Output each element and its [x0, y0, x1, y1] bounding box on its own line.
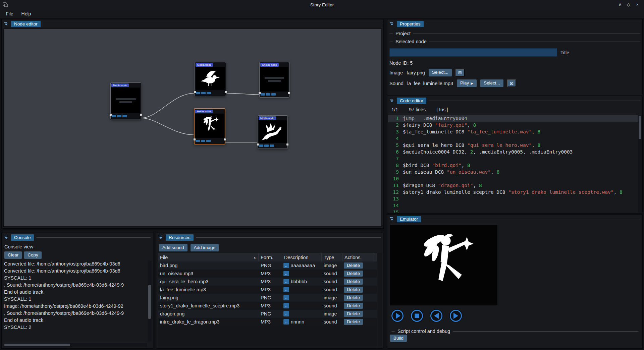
column-header-file[interactable]: File▲ [158, 253, 259, 261]
output-port[interactable] [224, 138, 226, 140]
input-port[interactable] [194, 138, 196, 140]
delete-button[interactable]: Delete [344, 311, 363, 317]
table-row[interactable]: bird.pngPNG..aaaaaaaaaimageDelete [158, 261, 377, 270]
delete-button[interactable]: Delete [344, 319, 363, 325]
format-cell: PNG [259, 311, 282, 316]
play-button[interactable] [391, 309, 404, 323]
clear-button[interactable]: Clear [4, 251, 22, 259]
column-header-actions[interactable]: Actions [342, 253, 373, 261]
sound-label: Sound [389, 81, 404, 86]
file-cell: qui_sera_le_hero.mp3 [158, 279, 259, 284]
graph-node-fairy[interactable]: Media node [194, 108, 225, 144]
edit-description-button[interactable]: .. [283, 271, 289, 276]
add-image-button[interactable]: Add image [191, 244, 219, 251]
image-clear-button[interactable]: ⊠ [455, 69, 465, 76]
graph-node-choice[interactable]: Choice node [259, 62, 289, 98]
code-line[interactable]: 4 [388, 135, 638, 142]
edit-description-button[interactable]: .. [283, 319, 289, 325]
edit-description-button[interactable]: .. [283, 279, 289, 284]
input-port[interactable] [110, 114, 112, 116]
table-row[interactable]: intro_drako_le_dragon.mp3MP3..nnnnnsound… [158, 318, 377, 326]
stop-button[interactable] [410, 309, 424, 323]
code-line[interactable]: 1jump .mediaEntry0004 [388, 115, 638, 122]
sound-play-button[interactable]: Play▶ [457, 79, 477, 87]
output-port[interactable] [140, 114, 142, 116]
output-port[interactable] [286, 143, 288, 145]
collapse-icon[interactable] [389, 98, 394, 103]
code-line[interactable]: 13 [388, 195, 638, 202]
code-scrollbar[interactable] [638, 115, 642, 213]
console-horizontal-scrollbar[interactable] [4, 343, 147, 347]
sound-clear-button[interactable]: ⊠ [507, 79, 516, 87]
minimize-button[interactable]: ∨ [616, 1, 624, 9]
collapse-icon[interactable] [158, 235, 163, 240]
table-row[interactable]: fairy.pngPNG..imageDelete [158, 294, 377, 302]
table-row[interactable]: un_oiseau.mp3MP3..soundDelete [158, 270, 377, 278]
code-lines[interactable]: 1jump .mediaEntry00042$fairy DC8 "fairy.… [388, 115, 638, 213]
menu-file[interactable]: File [2, 10, 17, 17]
close-button[interactable]: × [633, 1, 641, 9]
build-button[interactable]: Build [390, 335, 407, 342]
code-line[interactable]: 2$fairy DC8 "fairy.qoi", 8 [388, 122, 638, 128]
output-port[interactable] [225, 91, 227, 93]
title-input[interactable] [389, 48, 557, 57]
collapse-icon[interactable] [4, 21, 9, 26]
delete-button[interactable]: Delete [344, 271, 363, 277]
add-sound-button[interactable]: Add sound [159, 244, 187, 251]
delete-button[interactable]: Delete [344, 287, 363, 293]
resources-scrollbar[interactable] [378, 253, 382, 346]
code-line[interactable]: 7 [388, 155, 638, 162]
maximize-button[interactable]: ◇ [625, 1, 633, 9]
collapse-icon[interactable] [389, 21, 394, 26]
code-line[interactable]: 8$bird DC8 "bird.qoi", 8 [388, 162, 638, 169]
table-row[interactable]: dragon.pngPNG..imageDelete [158, 310, 377, 318]
table-row[interactable]: story1_drako_luminelle_sceptre.mp3MP3..s… [158, 302, 377, 310]
scrollbar-thumb[interactable] [148, 285, 151, 319]
next-button[interactable] [449, 309, 463, 323]
delete-button[interactable]: Delete [344, 303, 363, 309]
code-line[interactable]: 10 [388, 175, 638, 182]
line-number: 5 [388, 142, 399, 149]
collapse-icon[interactable] [389, 217, 394, 221]
delete-button[interactable]: Delete [344, 262, 363, 269]
previous-button[interactable] [430, 309, 443, 323]
edit-description-button[interactable]: .. [283, 287, 289, 292]
console-vertical-scrollbar[interactable] [148, 260, 152, 342]
code-line[interactable]: 3$la_fee_luminelle DC8 "la_fee_luminelle… [388, 128, 638, 135]
code-line[interactable]: 14 [388, 202, 638, 209]
input-port[interactable] [259, 92, 261, 94]
image-select-button[interactable]: Select... [429, 69, 452, 76]
edit-description-button[interactable]: .. [283, 263, 289, 268]
table-row[interactable]: la_fee_luminelle.mp3MP3..soundDelete [158, 286, 377, 294]
sound-select-button[interactable]: Select... [480, 79, 503, 87]
table-row[interactable]: qui_sera_le_hero.mp3MP3..bbbbbbsoundDele… [158, 278, 377, 286]
column-header-format[interactable]: Form. [259, 253, 282, 261]
copy-button[interactable]: Copy [24, 251, 42, 259]
code-line[interactable]: 12$story1_drako_luminelle_sceptre DC8 "s… [388, 189, 638, 195]
graph-node-dragon[interactable]: Media node [258, 115, 288, 149]
code-line[interactable]: 11$dragon DC8 "dragon.qoi", 8 [388, 182, 638, 189]
edit-description-button[interactable]: .. [283, 311, 289, 316]
graph-node-bird[interactable]: Media node [195, 62, 226, 96]
code-line[interactable]: 5$qui_sera_le_hero DC8 "qui_sera_le_hero… [388, 142, 638, 149]
file-cell: bird.png [158, 263, 259, 268]
node-canvas[interactable]: Media nodeMedia nodeChoice nodeMedia nod… [3, 28, 382, 227]
delete-button[interactable]: Delete [344, 279, 363, 285]
delete-button[interactable]: Delete [344, 295, 363, 301]
menu-help[interactable]: Help [18, 10, 35, 17]
scrollbar-thumb[interactable] [639, 116, 641, 139]
edit-description-button[interactable]: .. [283, 295, 289, 300]
output-port[interactable] [288, 92, 290, 94]
column-header-description[interactable]: Description [282, 253, 322, 261]
code-line[interactable]: 6$mediaChoice0004 DC32, 2, .mediaEntry00… [388, 149, 638, 155]
input-port[interactable] [194, 91, 196, 93]
code-status-bar: 1/1 97 lines | Ins | [387, 105, 642, 114]
graph-node-start[interactable]: Media node [110, 82, 141, 119]
scrollbar-thumb[interactable] [4, 344, 70, 346]
collapse-icon[interactable] [4, 235, 9, 240]
column-header-type[interactable]: Type [322, 253, 342, 261]
code-line[interactable]: 15 [388, 209, 638, 213]
input-port[interactable] [257, 143, 259, 145]
edit-description-button[interactable]: .. [283, 303, 289, 308]
code-line[interactable]: 9$un_oiseau DC8 "un_oiseau.wav", 8 [388, 169, 638, 175]
